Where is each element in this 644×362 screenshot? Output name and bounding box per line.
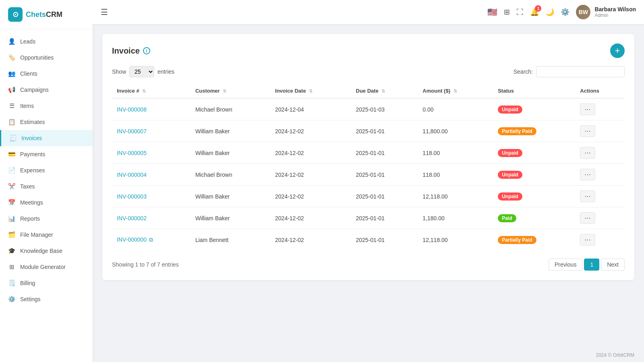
invoice-num-cell: INV-000000⧉ xyxy=(112,229,191,251)
content-area: Invoice i + Show 102550100 entries Searc… xyxy=(93,24,644,348)
sidebar-item-billing[interactable]: 🗒️ Billing xyxy=(0,275,93,291)
sidebar-item-settings[interactable]: ⚙️ Settings xyxy=(0,291,93,307)
sidebar-item-module-generator[interactable]: ⊞ Module Generator xyxy=(0,259,93,275)
invoice-link-INV-000008[interactable]: INV-000008 xyxy=(117,106,147,113)
due-date-cell: 2025-01-01 xyxy=(351,120,418,142)
sidebar-item-reports[interactable]: 📊 Reports xyxy=(0,211,93,227)
sidebar-item-clients[interactable]: 👥 Clients xyxy=(0,66,93,82)
sidebar-item-invoices[interactable]: 🧾 Invoices xyxy=(0,130,93,146)
status-cell: Unpaid xyxy=(493,98,575,120)
status-cell: Unpaid xyxy=(493,164,575,186)
row-action-button[interactable]: ⋯ xyxy=(580,234,595,246)
col-status[interactable]: Status xyxy=(493,84,575,98)
sidebar-item-opportunities[interactable]: 🏷️ Opportunities xyxy=(0,50,93,66)
sidebar-item-meetings[interactable]: 📅 Meetings xyxy=(0,194,93,211)
reports-icon: 📊 xyxy=(8,215,15,222)
status-badge: Partially Paid xyxy=(498,236,536,244)
billing-icon: 🗒️ xyxy=(8,279,15,287)
col-amount[interactable]: Amount ($) ⇅ xyxy=(418,84,493,98)
fullscreen-icon[interactable]: ⛶ xyxy=(516,8,524,17)
table-body: INV-000008Michael Brown2024-12-042025-01… xyxy=(112,98,625,250)
add-invoice-button[interactable]: + xyxy=(610,43,625,58)
entries-select[interactable]: 102550100 xyxy=(129,66,154,77)
amount-cell: 1,180.00 xyxy=(418,207,493,229)
flag-icon[interactable]: 🇺🇸 xyxy=(487,7,497,17)
invoice-link-INV-000007[interactable]: INV-000007 xyxy=(117,128,147,134)
sidebar-label-estimates: Estimates xyxy=(20,119,45,125)
actions-cell: ⋯ xyxy=(575,142,625,164)
status-cell: Partially Paid xyxy=(493,229,575,251)
sidebar-label-invoices: Invoices xyxy=(21,135,42,141)
sidebar-item-leads[interactable]: 👤 Leads xyxy=(0,33,93,50)
status-cell: Paid xyxy=(493,207,575,229)
col-customer[interactable]: Customer ⇅ xyxy=(191,84,270,98)
settings-icon[interactable]: ⚙️ xyxy=(561,8,569,17)
customer-cell: Michael Brown xyxy=(191,164,270,186)
due-date-cell: 2025-01-01 xyxy=(351,207,418,229)
invoice-link-INV-000005[interactable]: INV-000005 xyxy=(117,150,147,156)
sidebar-label-campaigns: Campaigns xyxy=(20,87,49,93)
status-badge: Paid xyxy=(498,214,516,222)
row-action-button[interactable]: ⋯ xyxy=(580,103,595,115)
status-cell: Unpaid xyxy=(493,186,575,207)
sidebar-item-file-manager[interactable]: 🗂️ File Manager xyxy=(0,227,93,243)
items-icon: ☰ xyxy=(8,102,15,110)
customer-cell: William Baker xyxy=(191,120,270,142)
col-invoice_date[interactable]: Invoice Date ⇅ xyxy=(270,84,351,98)
row-action-button[interactable]: ⋯ xyxy=(580,125,595,137)
showing-text: Showing 1 to 7 of 7 entries xyxy=(112,261,179,268)
customer-cell: William Baker xyxy=(191,142,270,164)
logo-icon: ⊙ xyxy=(8,7,23,22)
hamburger-icon[interactable]: ☰ xyxy=(101,8,108,17)
header-right: 🇺🇸 ⊞ ⛶ 🔔 1 🌙 ⚙️ BW Barbara Wilson Admin xyxy=(487,5,636,19)
actions-cell: ⋯ xyxy=(575,186,625,207)
entries-label: entries xyxy=(157,68,174,75)
info-icon[interactable]: i xyxy=(143,47,150,54)
search-input[interactable] xyxy=(536,66,625,77)
sidebar-item-taxes[interactable]: ✂️ Taxes xyxy=(0,178,93,194)
logo-area[interactable]: ⊙ ChetsCRM xyxy=(0,0,93,29)
row-action-button[interactable]: ⋯ xyxy=(580,212,595,224)
sidebar: ⊙ ChetsCRM 👤 Leads🏷️ Opportunities👥 Clie… xyxy=(0,0,93,362)
opportunities-icon: 🏷️ xyxy=(8,54,15,61)
sidebar-item-knowledge-base[interactable]: 🎓 Knowledge Base xyxy=(0,243,93,259)
invoice-num-cell: INV-000002 xyxy=(112,207,191,229)
notification-icon[interactable]: 🔔 1 xyxy=(530,8,539,17)
campaigns-icon: 📢 xyxy=(8,86,15,93)
sidebar-label-clients: Clients xyxy=(20,70,37,77)
invoice-link-INV-000004[interactable]: INV-000004 xyxy=(117,172,147,178)
header: ☰ 🇺🇸 ⊞ ⛶ 🔔 1 🌙 ⚙️ BW Barbara Wilson Admi… xyxy=(93,0,644,24)
invoice-link-INV-000003[interactable]: INV-000003 xyxy=(117,193,147,200)
sidebar-item-campaigns[interactable]: 📢 Campaigns xyxy=(0,82,93,98)
col-due_date[interactable]: Due Date ⇅ xyxy=(351,84,418,98)
sidebar-label-opportunities: Opportunities xyxy=(20,54,54,61)
pagination-area: Showing 1 to 7 of 7 entries Previous 1 N… xyxy=(112,259,625,271)
table-row: INV-000000⧉Liam Bennett2024-12-022025-01… xyxy=(112,229,625,251)
invoice-num-cell: INV-000005 xyxy=(112,142,191,164)
page-1-button[interactable]: 1 xyxy=(584,259,599,271)
amount-cell: 0.00 xyxy=(418,98,493,120)
payments-icon: 💳 xyxy=(8,151,15,158)
apps-icon[interactable]: ⊞ xyxy=(504,8,510,17)
row-action-button[interactable]: ⋯ xyxy=(580,190,595,202)
sidebar-item-expenses[interactable]: 📄 Expenses xyxy=(0,162,93,178)
show-entries: Show 102550100 entries xyxy=(112,66,174,77)
sidebar-label-meetings: Meetings xyxy=(20,199,43,206)
invoice-link-INV-000000[interactable]: INV-000000 xyxy=(117,236,147,243)
sidebar-item-items[interactable]: ☰ Items xyxy=(0,98,93,114)
sidebar-label-taxes: Taxes xyxy=(20,183,35,190)
status-badge: Partially Paid xyxy=(498,127,536,135)
col-invoice_num[interactable]: Invoice # ⇅ xyxy=(112,84,191,98)
previous-button[interactable]: Previous xyxy=(549,259,582,271)
sidebar-item-estimates[interactable]: 📋 Estimates xyxy=(0,114,93,130)
row-action-button[interactable]: ⋯ xyxy=(580,169,595,180)
sidebar-label-knowledge-base: Knowledge Base xyxy=(20,248,62,254)
row-action-button[interactable]: ⋯ xyxy=(580,147,595,159)
user-profile[interactable]: BW Barbara Wilson Admin xyxy=(576,5,636,19)
dark-mode-icon[interactable]: 🌙 xyxy=(545,8,554,17)
invoice-link-INV-000002[interactable]: INV-000002 xyxy=(117,215,147,221)
sidebar-item-payments[interactable]: 💳 Payments xyxy=(0,146,93,162)
amount-cell: 118.00 xyxy=(418,164,493,186)
next-button[interactable]: Next xyxy=(601,259,625,271)
copy-icon[interactable]: ⧉ xyxy=(149,236,153,243)
